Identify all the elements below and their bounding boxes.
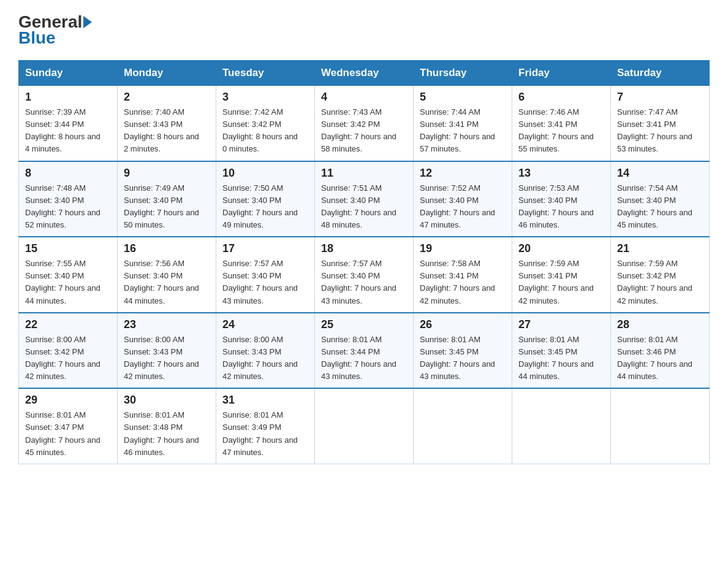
logo: General Blue <box>18 12 93 48</box>
day-number: 11 <box>321 167 407 180</box>
day-number: 12 <box>420 167 506 180</box>
day-info: Sunrise: 7:43 AMSunset: 3:42 PMDaylight:… <box>321 106 407 156</box>
day-info: Sunrise: 7:44 AMSunset: 3:41 PMDaylight:… <box>420 106 506 156</box>
calendar-cell: 8 Sunrise: 7:48 AMSunset: 3:40 PMDayligh… <box>19 161 118 237</box>
calendar-cell: 23 Sunrise: 8:00 AMSunset: 3:43 PMDaylig… <box>118 313 216 389</box>
day-number: 20 <box>518 242 604 255</box>
day-info: Sunrise: 8:01 AMSunset: 3:44 PMDaylight:… <box>321 334 407 383</box>
day-info: Sunrise: 8:01 AMSunset: 3:47 PMDaylight:… <box>25 409 111 459</box>
calendar-cell: 11 Sunrise: 7:51 AMSunset: 3:40 PMDaylig… <box>315 161 414 237</box>
calendar-cell: 5 Sunrise: 7:44 AMSunset: 3:41 PMDayligh… <box>414 86 512 161</box>
calendar-cell: 13 Sunrise: 7:53 AMSunset: 3:40 PMDaylig… <box>512 161 611 237</box>
day-info: Sunrise: 7:51 AMSunset: 3:40 PMDaylight:… <box>321 182 407 232</box>
weekday-header-row: Sunday Monday Tuesday Wednesday Thursday… <box>19 61 710 86</box>
day-info: Sunrise: 7:55 AMSunset: 3:40 PMDaylight:… <box>25 258 111 307</box>
calendar-cell: 15 Sunrise: 7:55 AMSunset: 3:40 PMDaylig… <box>19 237 118 313</box>
calendar-cell: 26 Sunrise: 8:01 AMSunset: 3:45 PMDaylig… <box>414 313 512 389</box>
calendar-cell: 28 Sunrise: 8:01 AMSunset: 3:46 PMDaylig… <box>611 313 710 389</box>
calendar-cell <box>512 388 611 464</box>
day-info: Sunrise: 7:57 AMSunset: 3:40 PMDaylight:… <box>321 258 407 307</box>
calendar-cell: 20 Sunrise: 7:59 AMSunset: 3:41 PMDaylig… <box>512 237 611 313</box>
day-info: Sunrise: 8:01 AMSunset: 3:45 PMDaylight:… <box>518 334 604 383</box>
day-info: Sunrise: 7:56 AMSunset: 3:40 PMDaylight:… <box>124 258 210 307</box>
calendar-cell: 7 Sunrise: 7:47 AMSunset: 3:41 PMDayligh… <box>611 86 710 161</box>
calendar-cell: 16 Sunrise: 7:56 AMSunset: 3:40 PMDaylig… <box>118 237 216 313</box>
day-info: Sunrise: 7:47 AMSunset: 3:41 PMDaylight:… <box>617 106 703 156</box>
calendar-cell: 21 Sunrise: 7:59 AMSunset: 3:42 PMDaylig… <box>611 237 710 313</box>
calendar-cell: 25 Sunrise: 8:01 AMSunset: 3:44 PMDaylig… <box>315 313 414 389</box>
header-wednesday: Wednesday <box>315 61 414 86</box>
day-info: Sunrise: 7:46 AMSunset: 3:41 PMDaylight:… <box>518 106 604 156</box>
day-number: 30 <box>124 394 210 407</box>
day-number: 22 <box>25 318 111 331</box>
day-number: 17 <box>222 242 308 255</box>
day-number: 16 <box>124 242 210 255</box>
day-number: 1 <box>25 91 111 104</box>
day-info: Sunrise: 7:40 AMSunset: 3:43 PMDaylight:… <box>124 106 210 156</box>
calendar-cell: 12 Sunrise: 7:52 AMSunset: 3:40 PMDaylig… <box>414 161 512 237</box>
calendar-cell: 1 Sunrise: 7:39 AMSunset: 3:44 PMDayligh… <box>19 86 118 161</box>
day-number: 19 <box>420 242 506 255</box>
day-number: 7 <box>617 91 703 104</box>
calendar-cell: 30 Sunrise: 8:01 AMSunset: 3:48 PMDaylig… <box>118 388 216 464</box>
day-number: 27 <box>518 318 604 331</box>
header-saturday: Saturday <box>611 61 710 86</box>
calendar-table: Sunday Monday Tuesday Wednesday Thursday… <box>18 60 710 464</box>
day-number: 29 <box>25 394 111 407</box>
day-info: Sunrise: 8:00 AMSunset: 3:43 PMDaylight:… <box>222 334 308 383</box>
day-number: 4 <box>321 91 407 104</box>
day-info: Sunrise: 7:50 AMSunset: 3:40 PMDaylight:… <box>222 182 308 232</box>
day-info: Sunrise: 7:53 AMSunset: 3:40 PMDaylight:… <box>518 182 604 232</box>
week-row-4: 22 Sunrise: 8:00 AMSunset: 3:42 PMDaylig… <box>19 313 710 389</box>
page-header: General Blue <box>18 12 710 48</box>
week-row-3: 15 Sunrise: 7:55 AMSunset: 3:40 PMDaylig… <box>19 237 710 313</box>
calendar-cell <box>611 388 710 464</box>
day-info: Sunrise: 7:57 AMSunset: 3:40 PMDaylight:… <box>222 258 308 307</box>
week-row-5: 29 Sunrise: 8:01 AMSunset: 3:47 PMDaylig… <box>19 388 710 464</box>
day-number: 10 <box>222 167 308 180</box>
day-number: 26 <box>420 318 506 331</box>
calendar-cell: 31 Sunrise: 8:01 AMSunset: 3:49 PMDaylig… <box>216 388 315 464</box>
calendar-cell: 17 Sunrise: 7:57 AMSunset: 3:40 PMDaylig… <box>216 237 315 313</box>
day-number: 28 <box>617 318 703 331</box>
day-number: 3 <box>222 91 308 104</box>
day-info: Sunrise: 7:52 AMSunset: 3:40 PMDaylight:… <box>420 182 506 232</box>
calendar-cell: 2 Sunrise: 7:40 AMSunset: 3:43 PMDayligh… <box>118 86 216 161</box>
day-info: Sunrise: 7:59 AMSunset: 3:42 PMDaylight:… <box>617 258 703 307</box>
day-number: 8 <box>25 167 111 180</box>
day-info: Sunrise: 8:00 AMSunset: 3:43 PMDaylight:… <box>124 334 210 383</box>
header-tuesday: Tuesday <box>216 61 315 86</box>
day-info: Sunrise: 8:01 AMSunset: 3:46 PMDaylight:… <box>617 334 703 383</box>
day-info: Sunrise: 8:01 AMSunset: 3:49 PMDaylight:… <box>222 409 308 459</box>
calendar-cell: 3 Sunrise: 7:42 AMSunset: 3:42 PMDayligh… <box>216 86 315 161</box>
day-number: 6 <box>518 91 604 104</box>
day-number: 25 <box>321 318 407 331</box>
calendar-cell: 29 Sunrise: 8:01 AMSunset: 3:47 PMDaylig… <box>19 388 118 464</box>
day-number: 31 <box>222 394 308 407</box>
calendar-cell <box>315 388 414 464</box>
day-info: Sunrise: 7:48 AMSunset: 3:40 PMDaylight:… <box>25 182 111 232</box>
logo-arrow-icon <box>83 16 92 28</box>
day-number: 14 <box>617 167 703 180</box>
logo-blue-text: Blue <box>18 28 56 47</box>
day-number: 9 <box>124 167 210 180</box>
day-info: Sunrise: 7:49 AMSunset: 3:40 PMDaylight:… <box>124 182 210 232</box>
calendar-cell: 9 Sunrise: 7:49 AMSunset: 3:40 PMDayligh… <box>118 161 216 237</box>
header-monday: Monday <box>118 61 216 86</box>
day-info: Sunrise: 7:39 AMSunset: 3:44 PMDaylight:… <box>25 106 111 156</box>
calendar-cell: 19 Sunrise: 7:58 AMSunset: 3:41 PMDaylig… <box>414 237 512 313</box>
day-info: Sunrise: 7:54 AMSunset: 3:40 PMDaylight:… <box>617 182 703 232</box>
day-number: 23 <box>124 318 210 331</box>
day-number: 24 <box>222 318 308 331</box>
calendar-cell: 22 Sunrise: 8:00 AMSunset: 3:42 PMDaylig… <box>19 313 118 389</box>
day-number: 15 <box>25 242 111 255</box>
day-number: 13 <box>518 167 604 180</box>
calendar-cell: 18 Sunrise: 7:57 AMSunset: 3:40 PMDaylig… <box>315 237 414 313</box>
day-info: Sunrise: 8:01 AMSunset: 3:48 PMDaylight:… <box>124 409 210 459</box>
day-info: Sunrise: 7:58 AMSunset: 3:41 PMDaylight:… <box>420 258 506 307</box>
header-sunday: Sunday <box>19 61 118 86</box>
day-number: 2 <box>124 91 210 104</box>
calendar-cell: 27 Sunrise: 8:01 AMSunset: 3:45 PMDaylig… <box>512 313 611 389</box>
calendar-cell <box>414 388 512 464</box>
day-number: 21 <box>617 242 703 255</box>
